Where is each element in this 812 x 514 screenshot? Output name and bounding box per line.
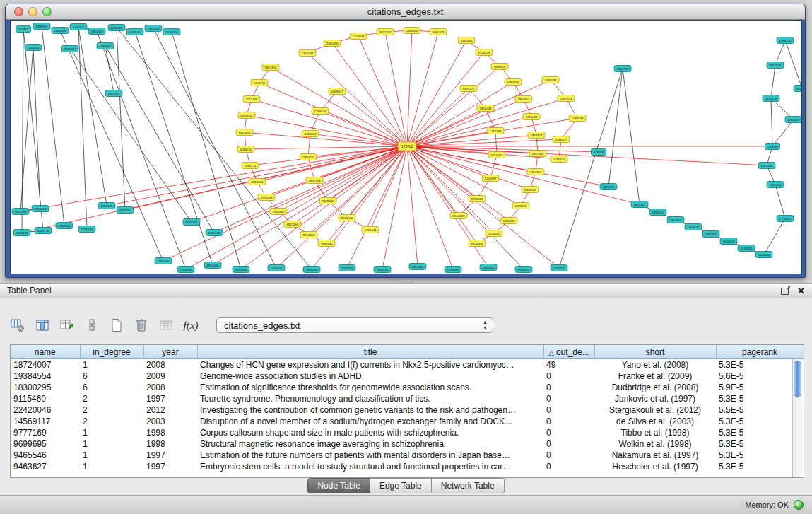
graph-node[interactable]: 7415402	[145, 25, 162, 32]
graph-node[interactable]: 1687542	[529, 151, 546, 157]
graph-node[interactable]: 1815445	[409, 264, 426, 270]
graph-node[interactable]: 5572204	[377, 29, 394, 35]
window-titlebar[interactable]: citations_edges.txt	[6, 4, 805, 20]
graph-node[interactable]: 1891462	[649, 209, 666, 216]
graph-node[interactable]: 9254402	[300, 232, 317, 238]
edit-column-icon[interactable]	[58, 316, 76, 334]
graph-node[interactable]: 7125440	[319, 198, 336, 204]
column-header-year[interactable]: year	[143, 345, 197, 359]
delete-table-icon[interactable]	[132, 316, 151, 334]
column-header-short[interactable]: short	[594, 345, 716, 359]
graph-node[interactable]: 9725440	[339, 215, 355, 221]
graph-node[interactable]: 1685493	[500, 218, 517, 224]
graph-node[interactable]: 2784531	[312, 108, 329, 115]
graph-node[interactable]: 1985000	[303, 267, 320, 273]
graph-node[interactable]: 1124815	[486, 230, 502, 237]
graph-node[interactable]: 2044480	[339, 265, 355, 271]
graph-node[interactable]: 1914504	[667, 217, 684, 223]
graph-node[interactable]: 5051350	[183, 219, 200, 226]
graph-node[interactable]: 1955812	[515, 96, 532, 103]
graph-node[interactable]: 7623450	[233, 267, 249, 273]
graph-node[interactable]: 1015442	[551, 156, 567, 163]
table-row[interactable]: 1938455462009Genome-wide association stu…	[11, 370, 804, 382]
graph-node[interactable]: 1727634	[350, 33, 367, 40]
graph-node[interactable]: 2233447	[61, 46, 78, 52]
graph-node[interactable]: 1841804	[262, 64, 279, 71]
graph-node[interactable]: 1805749	[522, 187, 539, 193]
graph-node[interactable]: 9247474	[794, 86, 801, 92]
graph-node[interactable]: 1495758	[512, 203, 529, 209]
graph-node[interactable]: 1903460	[204, 262, 221, 269]
network-graph-canvas[interactable]: 1724021841804190471120124568204020941582…	[11, 21, 801, 274]
graph-node[interactable]: 2060450	[155, 258, 172, 264]
graph-node[interactable]: 1035460	[480, 264, 497, 271]
graph-node[interactable]: 9785492	[469, 196, 486, 202]
graph-node[interactable]: 1946425	[777, 37, 794, 44]
graph-node[interactable]: 2485083	[542, 77, 559, 83]
graph-node[interactable]: 1210444	[767, 182, 784, 188]
graph-node[interactable]: 1210644	[488, 152, 505, 158]
graph-node[interactable]: 1879193	[600, 184, 617, 190]
graph-node[interactable]: 1505135	[206, 230, 223, 236]
graph-node[interactable]: 1024501	[758, 163, 775, 169]
tab-node-table[interactable]: Node Table	[307, 478, 370, 493]
graph-node[interactable]: 9245032	[738, 245, 755, 252]
graph-node[interactable]: 1097543	[569, 115, 586, 122]
close-panel-icon[interactable]: ✕	[797, 286, 805, 296]
graph-node[interactable]: 1888504	[33, 23, 50, 30]
graph-node[interactable]: 8204020	[238, 112, 255, 119]
graph-node[interactable]: 1544440	[268, 265, 285, 271]
graph-node[interactable]: 1440470	[70, 24, 87, 30]
graph-node[interactable]: 9415820	[236, 129, 253, 136]
graph-node[interactable]: 1009847	[329, 88, 346, 95]
graph-node[interactable]: 1250520	[56, 223, 73, 229]
graph-node[interactable]: 1509135	[98, 203, 115, 209]
graph-node[interactable]: 1091145	[126, 29, 143, 35]
graph-node[interactable]: 8130304	[458, 37, 475, 44]
table-mode-icon[interactable]	[8, 316, 27, 334]
graph-node[interactable]: 1544502	[720, 238, 737, 245]
graph-node[interactable]: 1604520	[685, 224, 702, 230]
graph-node[interactable]: 879193	[591, 149, 606, 156]
graph-node[interactable]: 9245012	[515, 267, 532, 273]
graph-node[interactable]: 2012456	[243, 96, 260, 103]
graph-node[interactable]: 1812050	[12, 209, 29, 215]
function-builder-icon[interactable]: f(x)	[182, 316, 200, 334]
table-row[interactable]: 946362711997Embryonic stem cells: a mode…	[11, 461, 804, 472]
graph-node[interactable]: 1830022	[300, 154, 317, 160]
graph-node[interactable]: 1924502	[551, 265, 567, 271]
graph-node[interactable]: 8815601	[249, 179, 266, 185]
import-table-icon[interactable]	[157, 316, 175, 334]
graph-node[interactable]: 1554530	[25, 45, 42, 51]
row-selection-icon[interactable]	[83, 316, 101, 334]
graph-node[interactable]: 1777147	[487, 128, 504, 134]
table-row[interactable]: 946554611997Estimation of the future num…	[11, 450, 804, 461]
table-vertical-scrollbar[interactable]	[792, 359, 804, 477]
graph-node[interactable]: 1755450	[445, 267, 461, 273]
column-header-title[interactable]: title	[197, 345, 543, 359]
graph-node[interactable]: 7635444	[318, 240, 335, 247]
table-row[interactable]: 2242004622012Investigating the contribut…	[11, 404, 804, 416]
column-header-name[interactable]: name	[11, 345, 80, 359]
graph-node[interactable]: 1765444	[362, 227, 379, 233]
graph-node[interactable]: 1125439	[476, 49, 493, 56]
graph-node[interactable]: 1518469	[450, 213, 467, 219]
table-selector-combo[interactable]: citations_edges.txt ▲ ▼	[216, 317, 493, 333]
graph-node[interactable]: 2260650	[32, 206, 49, 212]
graph-node[interactable]: 1474734	[763, 95, 779, 102]
float-panel-icon[interactable]: ↗	[781, 287, 790, 295]
graph-node[interactable]: 1984002	[97, 43, 114, 49]
graph-node[interactable]: 1616465	[374, 267, 391, 273]
graph-node[interactable]: 1679197	[631, 201, 648, 208]
graph-node[interactable]: 8205130	[35, 228, 52, 234]
graph-node[interactable]: 7623452	[270, 209, 287, 215]
graph-node[interactable]: 1415440	[78, 226, 95, 233]
graph-node[interactable]: 554904	[16, 26, 30, 33]
graph-node[interactable]: 1104570	[163, 29, 180, 35]
graph-node[interactable]: 1443453	[785, 117, 801, 123]
table-row[interactable]: 1456911722003Disruption of a novel membe…	[11, 416, 804, 427]
graph-node[interactable]: 1024504	[755, 252, 772, 258]
graph-node[interactable]: 5961373	[430, 29, 447, 35]
graph-node[interactable]: 1877514	[528, 132, 545, 139]
graph-node[interactable]: 3056710	[237, 146, 254, 153]
